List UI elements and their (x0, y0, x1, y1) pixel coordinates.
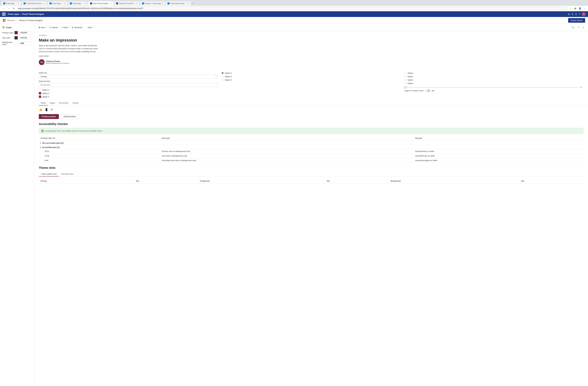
radio-right-4[interactable] (404, 82, 406, 84)
share-button[interactable]: ↗ Share (60, 25, 70, 29)
install-icon[interactable]: ⊞ (568, 13, 570, 16)
tab-powerapps-4[interactable]: P Power Apps × (68, 1, 88, 6)
download-header-icon[interactable]: ⬇ (571, 13, 573, 16)
background-color-input[interactable] (19, 42, 32, 45)
tab-close-icon[interactable]: × (137, 2, 138, 4)
new-tab-button[interactable]: + (191, 1, 195, 6)
new-label: New (41, 26, 44, 29)
content-toolbar: ✚ New ▾ ⬆ Upload ↗ Share ⬇ Download ··· … (34, 24, 588, 31)
extensions-icon[interactable]: 🧩 (573, 7, 577, 10)
export-theme-button[interactable]: Export theme (568, 18, 585, 23)
main-content: ✚ New ▾ ⬆ Upload ↗ Share ⬇ Download ··· … (34, 24, 588, 386)
tab-close-icon[interactable]: × (188, 2, 189, 4)
radio-right-label-3: Option (408, 79, 413, 81)
download-button[interactable]: ⬇ Download (70, 25, 84, 29)
text-input-field[interactable] (39, 83, 218, 87)
nav-tab-activity[interactable]: Activity (70, 101, 80, 105)
mobile-icon[interactable]: 📱 (45, 108, 48, 111)
nav-tab-documents[interactable]: Documents (57, 101, 71, 105)
more-button[interactable]: ··· More (84, 25, 94, 29)
address-bar[interactable] (17, 7, 568, 10)
waffle-icon[interactable] (2, 13, 5, 16)
primary-color-swatch[interactable] (14, 31, 18, 34)
text-color-input[interactable] (19, 36, 32, 39)
theme-designer-label: Fluent Theme Designer (22, 13, 44, 15)
dropdown-control[interactable]: Content ▾ (39, 75, 218, 78)
new-chevron: ▾ (45, 27, 46, 28)
color-section: Primary color Text color Background colo… (2, 31, 32, 45)
tab-close-icon[interactable]: × (110, 2, 111, 4)
upload-button[interactable]: ⬆ Upload (48, 25, 59, 29)
accessibility-section: Accessibility checker ✅ Looking good! Yo… (34, 122, 588, 166)
tab-code-review[interactable]: P Code Review Tool Experim... × (21, 1, 47, 6)
slots-table: Primary Hex Foreground Hex Background He… (39, 179, 584, 183)
tab-fluent-designer[interactable]: F Fluent Theme Designer -... × (88, 1, 114, 6)
nav-tab-home[interactable]: Home (39, 101, 48, 105)
tab-close-icon[interactable]: × (84, 2, 85, 4)
power-apps-label[interactable]: Power Apps (8, 13, 19, 15)
text-color-swatch[interactable] (14, 36, 18, 39)
persona-presence-badge (43, 64, 44, 65)
tab-label: Power Apps Review Tool ... (170, 2, 187, 4)
tab-close-icon[interactable]: × (162, 2, 163, 4)
slot-tabs: Fabric palette slots Semantic slots (39, 172, 584, 177)
slider-input[interactable] (404, 87, 579, 88)
tab-close-icon[interactable]: × (44, 2, 45, 4)
learn-more-link[interactable]: Learn more › (39, 55, 50, 57)
radio-right-2[interactable] (404, 75, 406, 77)
more-icon: ··· (86, 26, 87, 29)
expand-accessible-icon[interactable]: ▾ (40, 146, 41, 148)
refresh-button[interactable]: ↻ (12, 7, 16, 10)
help-icon[interactable]: ? (579, 13, 580, 15)
radio-2[interactable] (221, 75, 224, 77)
background-color-swatch[interactable] (14, 42, 18, 45)
default-button[interactable]: Default button (61, 114, 79, 119)
radio-right-3[interactable] (404, 79, 406, 81)
tab-close-icon[interactable]: × (64, 2, 65, 4)
primary-color-row: Primary color (2, 31, 32, 34)
forward-button[interactable]: → (7, 7, 11, 10)
slot-tab-fabric[interactable]: Fabric palette slots (39, 172, 59, 176)
acc-color-pair-2: Text color on Background color (160, 154, 414, 158)
thumbs-up-icon[interactable]: 👍 (39, 108, 42, 111)
download-icon: ⬇ (72, 26, 73, 29)
radio-right-1[interactable] (404, 72, 406, 74)
tab-powerapps-review[interactable]: P Power Apps Review Tool ... × (165, 1, 191, 6)
settings-preview-icon[interactable]: ✳ (51, 108, 53, 111)
primary-color-input[interactable] (19, 31, 32, 34)
expand-non-accessible-icon[interactable]: ▾ (40, 142, 41, 144)
radio-1[interactable] (221, 72, 224, 74)
radio-right-row-3: Option (404, 79, 584, 81)
menu-icon[interactable]: ⋮ (583, 7, 586, 10)
checkbox-1[interactable] (39, 89, 41, 91)
app-subheader: Microsoft | Fluent UI Theme Designer Exp… (0, 17, 588, 24)
nav-tab-pages[interactable]: Pages (48, 101, 57, 105)
new-button[interactable]: ✚ New ▾ (37, 25, 47, 29)
checkbox-2[interactable] (39, 92, 41, 95)
filter-toolbar-icon[interactable]: ▽ (576, 25, 580, 30)
tab-powerapps-3[interactable]: P Power Apps × (47, 1, 67, 6)
tab-label: Fluent Theme Designer -... (93, 2, 110, 4)
checkbox-label-1: Option 1 (42, 89, 49, 91)
persona-title: Senior Researcher at Contoso (46, 62, 69, 64)
back-button[interactable]: ← (2, 7, 6, 10)
profile-icon[interactable]: 👤 (578, 7, 582, 10)
search-toolbar-icon[interactable]: 🔍 (570, 25, 575, 30)
preview-area: STORIES Make an impression Make a big im… (34, 31, 588, 72)
checkbox-3[interactable] (39, 96, 41, 98)
acc-ratio-2: 12.98 (39, 154, 160, 158)
slot-col-hex-2: Hex (325, 179, 389, 183)
toggle-switch[interactable] (425, 89, 430, 92)
view-toolbar-icon[interactable]: ≡ (582, 25, 585, 30)
avatar-icon[interactable]: U (582, 12, 586, 16)
bookmark-icon[interactable]: ☆ (569, 7, 573, 10)
tab-powerapps-1[interactable]: P Power Apps × (1, 1, 21, 6)
tab-close-icon[interactable]: × (18, 2, 19, 4)
tab-creator-kit[interactable]: C Creator Kit Control Refere... × (114, 1, 140, 6)
primary-button[interactable]: Primary button (39, 114, 59, 119)
tab-reviews[interactable]: R Reviews – Power Apps × (140, 1, 165, 6)
settings-icon[interactable]: ⚙ (575, 13, 577, 16)
checkbox-label-2: Option 2 (42, 92, 49, 95)
radio-3[interactable] (221, 79, 224, 81)
slot-tab-semantic[interactable]: Semantic slots (59, 172, 76, 176)
